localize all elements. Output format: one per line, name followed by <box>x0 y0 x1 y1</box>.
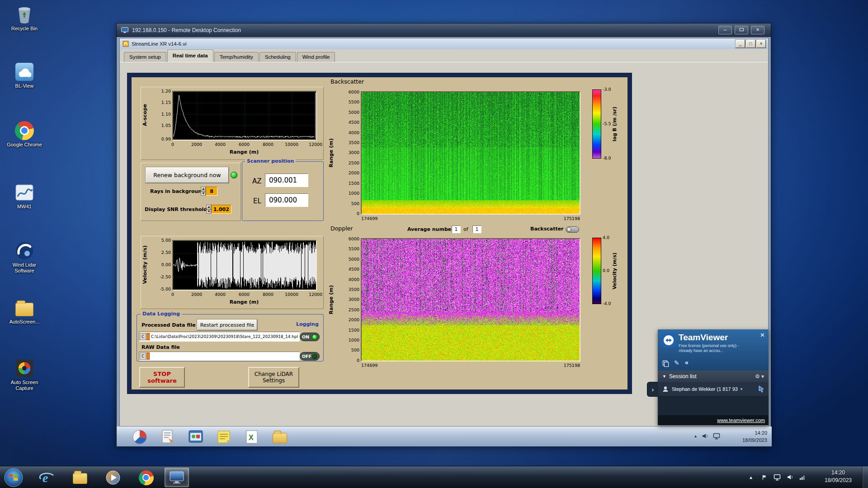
velocity-xtick: 12000 <box>306 292 326 297</box>
desktop-icon-auto-screen-capture[interactable]: Auto Screen Capture <box>3 358 46 391</box>
tab-scheduling[interactable]: Scheduling <box>259 52 296 62</box>
desktop-icon-recycle-bin[interactable]: Recycle Bin <box>3 5 46 32</box>
teamviewer-close-icon[interactable]: ✕ <box>760 332 765 338</box>
a-scope-ytick: 1.10 <box>149 112 171 117</box>
file-explorer-icon[interactable] <box>71 469 89 486</box>
tray-expand-icon[interactable]: ▲ <box>747 474 755 481</box>
a-scope-ytick: 1.15 <box>149 100 171 105</box>
remote-app-icon-sticky-note[interactable] <box>216 429 232 445</box>
rdp-close-button[interactable]: × <box>751 26 764 34</box>
tab-system-setup[interactable]: System setup <box>124 52 166 62</box>
a-scope-xtick: 6000 <box>234 142 254 147</box>
rdp-minimize-button[interactable]: – <box>718 26 732 34</box>
desktop-icon-mw41[interactable]: MW41 <box>3 183 46 210</box>
volume-icon[interactable] <box>786 474 794 481</box>
scanner-position-title: Scanner position <box>245 158 296 164</box>
teamviewer-body <box>658 396 769 415</box>
app-restore-button[interactable]: □ <box>746 40 755 48</box>
network-icon[interactable] <box>798 474 807 481</box>
velocity-xtick: 6000 <box>234 292 254 297</box>
connect-pointer-icon[interactable] <box>758 385 765 393</box>
remote-clock[interactable]: 14:20 18/09/2023 <box>742 429 767 444</box>
remote-app-icon-window[interactable] <box>188 429 204 445</box>
desktop-icon-wind-lidar[interactable]: Wind Lidar Software <box>3 241 46 274</box>
processed-logging-toggle[interactable]: ON <box>300 333 320 341</box>
remote-app-icon-document[interactable] <box>160 429 176 445</box>
raw-path-field[interactable]: C <box>139 352 300 361</box>
average-of-value[interactable]: 1 <box>472 225 481 233</box>
rdp-maximize-button[interactable] <box>735 26 748 34</box>
path-browse-icon[interactable] <box>146 352 150 360</box>
raw-logging-toggle[interactable]: OFF <box>300 352 320 361</box>
host-clock[interactable]: 14:20 18/09/2023 <box>817 469 859 485</box>
teamviewer-website-link[interactable]: www.teamviewer.com <box>717 418 765 423</box>
rays-in-background-value[interactable]: 8 <box>206 187 217 196</box>
backscatter-ytick: 1000 <box>335 191 359 196</box>
processed-path-field[interactable]: C C:\Lidar\Data\Proc\2023\202309\2023091… <box>139 332 300 342</box>
remote-app-icon-folder[interactable] <box>272 429 288 445</box>
chrome-icon <box>14 121 34 141</box>
session-settings-gear-icon[interactable]: ⚙ ▾ <box>755 373 764 380</box>
app-minimize-button[interactable]: _ <box>736 40 745 48</box>
remote-tray-expand-icon[interactable]: ▴ <box>694 433 697 438</box>
average-number-value[interactable]: 1 <box>452 225 461 233</box>
remote-app-icon-ball[interactable] <box>132 429 148 445</box>
change-lidar-settings-button[interactable]: Change LiDAR Settings <box>248 367 299 388</box>
remote-display-icon[interactable] <box>713 433 720 441</box>
desktop-icon-autoscreen-folder[interactable]: AutoScreen... <box>3 298 46 325</box>
velocity-graph-group: Velocity (m/s) 5.00 2.50 0.00 -2.50 -5.0… <box>141 236 324 309</box>
snr-spinner[interactable] <box>206 205 211 214</box>
app-titlebar[interactable]: StreamLine XR v14-6.vi _ □ × <box>120 38 768 49</box>
tab-real-time-data[interactable]: Real time data <box>167 50 213 62</box>
teamviewer-collapse-tab[interactable]: › <box>647 382 658 397</box>
stop-software-button[interactable]: STOP software <box>139 367 185 388</box>
remote-volume-icon[interactable] <box>701 432 708 441</box>
teamviewer-session-list-bar[interactable]: ▼ Session list ⚙ ▾ <box>658 371 769 382</box>
recycle-bin-icon <box>14 5 34 24</box>
teamviewer-contact-row[interactable]: Stephan de Wekker (1 817 93 ▼ <box>658 382 769 396</box>
app-close-button[interactable]: × <box>756 40 766 48</box>
rdp-titlebar[interactable]: 192.168.0.150 - Remote Desktop Connectio… <box>117 23 771 37</box>
elevation-value[interactable]: 090.000 <box>265 193 308 207</box>
media-player-icon[interactable] <box>104 469 122 486</box>
azimuth-value[interactable]: 090.001 <box>265 174 308 187</box>
tab-temp-humidity[interactable]: Temp/humidity <box>214 52 259 62</box>
tab-wind-profile[interactable]: Wind profile <box>297 52 335 62</box>
internet-explorer-icon[interactable]: e <box>38 469 56 486</box>
annotate-icon[interactable]: ✎ <box>674 359 679 366</box>
rdp-taskbar-button[interactable] <box>165 468 189 487</box>
off-led <box>312 354 317 359</box>
start-button[interactable] <box>4 468 23 487</box>
action-center-flag-icon[interactable] <box>760 474 769 481</box>
remote-app-icon-spreadsheet[interactable]: X <box>244 429 260 445</box>
desktop-icon-google-chrome[interactable]: Google Chrome <box>3 121 46 148</box>
velocity-trace <box>173 241 316 290</box>
snr-threshold-value[interactable]: 1.002 <box>211 205 231 214</box>
chrome-taskbar-icon[interactable] <box>137 469 155 486</box>
velocity-xtick: 8000 <box>258 292 278 297</box>
rdp-connection-icon[interactable] <box>773 474 781 481</box>
a-scope-graph-group: A-scope 1.20 1.15 1.10 1.05 0.99 0 2000 … <box>141 87 324 160</box>
clipboard-icon[interactable] <box>662 360 669 369</box>
host-time: 14:20 <box>817 469 859 477</box>
backscatter-toggle-switch[interactable] <box>566 226 579 233</box>
doppler-ytick: 3000 <box>335 297 359 302</box>
collapse-icon[interactable]: « <box>685 359 689 366</box>
a-scope-xtick: 12000 <box>306 142 326 147</box>
backscatter-ytick: 1500 <box>335 181 359 186</box>
doppler-ytick: 500 <box>335 348 359 352</box>
desktop-icon-bl-view[interactable]: BL-View <box>3 62 46 89</box>
backscatter-toggle-label: Backscatter <box>530 226 564 232</box>
renew-background-button[interactable]: Renew background now <box>146 167 229 183</box>
restart-processed-file-button[interactable]: Restart processed file <box>197 319 257 330</box>
path-browse-icon[interactable] <box>146 333 150 340</box>
contact-dropdown-icon[interactable]: ▼ <box>740 387 743 391</box>
desktop: Recycle Bin BL-View Google Chrome MW41 W… <box>0 0 868 488</box>
show-desktop-button[interactable] <box>862 466 868 488</box>
stop-button-line1: STOP <box>153 371 171 377</box>
rays-spinner[interactable] <box>201 187 206 196</box>
bl-view-icon <box>14 62 34 82</box>
velocity-ytick: -5.00 <box>149 287 171 291</box>
doppler-colorbar-label: Velocity (m/s) <box>611 238 618 304</box>
a-scope-xtick: 10000 <box>282 142 302 147</box>
